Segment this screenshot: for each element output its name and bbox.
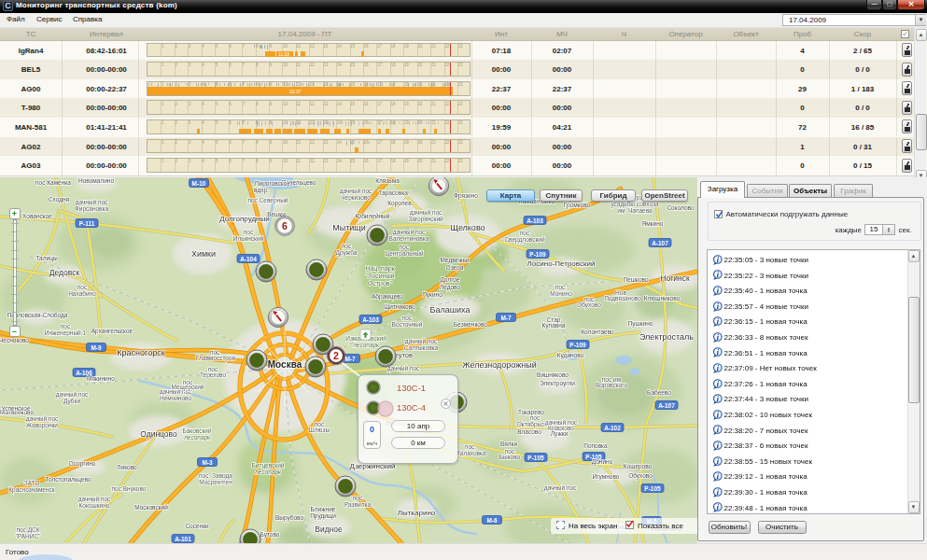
svg-text:Абрамцево: Абрамцево <box>372 293 403 301</box>
svg-text:ЗАТО: ЗАТО <box>24 480 40 486</box>
svg-text:Ближние: Ближние <box>311 506 336 512</box>
svg-text:Власово: Власово <box>517 428 541 435</box>
svg-text:Бабеево: Бабеево <box>647 389 671 396</box>
svg-text:М-7: М-7 <box>344 356 356 362</box>
svg-text:Пешково: Пешково <box>623 276 648 283</box>
svg-text:Игумново: Игумново <box>593 473 620 481</box>
svg-text:Лосино-Петровский: Лосино-Петровский <box>527 259 596 268</box>
svg-text:А-103: А-103 <box>527 217 543 224</box>
svg-text:Краснознаменск: Краснознаменск <box>8 486 55 494</box>
svg-text:М-6: М-6 <box>486 517 498 524</box>
svg-text:Безменково: Безменково <box>454 321 487 328</box>
svg-text:М-7: М-7 <box>500 315 512 321</box>
svg-text:А-102: А-102 <box>604 425 621 431</box>
svg-text:Клюшниково: Клюшниково <box>644 295 681 301</box>
svg-text:Р-109: Р-109 <box>529 251 546 258</box>
svg-text:Вишняково: Вишняково <box>537 371 569 378</box>
svg-text:Дубки: Дубки <box>63 398 80 405</box>
svg-text:Р-105: Р-105 <box>644 485 661 492</box>
svg-text:Химки: Химки <box>191 249 216 259</box>
svg-text:пос: пос <box>520 230 530 236</box>
svg-text:Дедовск: Дедовск <box>49 268 80 277</box>
svg-text:Бутово: Бутово <box>260 531 280 539</box>
svg-text:Сосенки: Сосенки <box>185 523 209 529</box>
svg-text:пос Внуково: пос Внуково <box>112 485 147 493</box>
svg-text:Кокошкино: Кокошкино <box>79 502 110 509</box>
svg-text:Тарасовка: Тарасовка <box>378 189 408 197</box>
svg-text:М-9: М-9 <box>91 344 102 351</box>
svg-text:Щитниково: Щитниково <box>384 303 415 311</box>
svg-text:6: 6 <box>282 220 288 231</box>
svg-text:Лужки: Лужки <box>551 430 569 438</box>
svg-text:Щелково: Щелково <box>450 223 485 232</box>
svg-text:Озера: Озера <box>446 264 464 272</box>
svg-text:Малаховка: Малаховка <box>455 450 486 456</box>
svg-text:им. Чапаева: им. Чапаева <box>617 207 653 214</box>
svg-text:А-101: А-101 <box>175 536 191 542</box>
svg-text:Пукино: Пукино <box>422 291 442 299</box>
svg-text:Дружба: Дружба <box>336 249 358 257</box>
svg-text:Архангельское: Архангельское <box>91 328 133 335</box>
svg-text:Восточный: Восточный <box>392 321 423 328</box>
svg-text:Лыткарино: Лыткарино <box>398 509 436 517</box>
svg-text:Кудиново: Кудиново <box>557 352 584 359</box>
svg-text:Салтыковка: Салтыковка <box>404 344 439 351</box>
svg-text:Громково: Громково <box>564 202 591 209</box>
svg-text:Одинцово: Одинцово <box>140 429 177 439</box>
svg-text:дачный пос: дачный пос <box>387 365 420 372</box>
svg-text:Обухово: Обухово <box>577 301 601 309</box>
svg-text:пос: пос <box>244 229 254 235</box>
svg-text:Успенское: Успенское <box>1 405 30 412</box>
svg-text:пос: пос <box>400 244 410 250</box>
svg-text:2: 2 <box>333 350 339 361</box>
svg-text:Быково: Быково <box>499 454 521 460</box>
svg-text:Терехово: Терехово <box>200 371 226 379</box>
svg-text:Долгопрудный: Долгопрудный <box>219 215 269 223</box>
svg-text:Сходня: Сходня <box>49 196 70 203</box>
svg-text:Остров": Остров" <box>368 280 393 287</box>
svg-text:Баковский: Баковский <box>182 427 212 434</box>
svg-text:Развилка: Развилка <box>344 501 372 508</box>
svg-text:Валентиновка: Валентиновка <box>389 235 429 242</box>
svg-text:Мосрентген: Мосрентген <box>199 479 232 486</box>
svg-text:пос: пос <box>402 315 413 321</box>
svg-text:Главмосстроя: Главмосстроя <box>196 355 236 362</box>
svg-text:Обухово: Обухово <box>628 472 653 480</box>
svg-text:Электроугли: Электроугли <box>540 380 575 387</box>
svg-text:Инженерный 1: Инженерный 1 <box>45 329 87 337</box>
svg-text:Центральный: Центральный <box>385 250 424 258</box>
svg-text:Р-109: Р-109 <box>569 342 586 348</box>
svg-text:Мякинино: Мякинино <box>87 375 115 382</box>
svg-text:М-10: М-10 <box>192 180 206 187</box>
svg-text:Новомалино: Новомалино <box>78 177 114 184</box>
svg-text:Электросталь: Электросталь <box>639 332 694 342</box>
svg-text:Осоргино: Осоргино <box>69 460 96 468</box>
svg-text:Клязьма: Клязьма <box>375 177 400 184</box>
svg-text:пос Каменка: пос Каменка <box>35 179 71 186</box>
svg-text:Балашиха: Балашиха <box>430 305 471 315</box>
svg-text:Железнодорожный: Железнодорожный <box>462 360 537 370</box>
svg-text:пос: пос <box>530 414 541 421</box>
svg-text:Медвежьи: Медвежьи <box>440 257 469 264</box>
svg-text:Ногинск: Ногинск <box>660 273 690 283</box>
svg-text:Королев: Королев <box>387 200 412 207</box>
svg-text:Жаворонки: Жаворонки <box>26 422 58 429</box>
svg-text:Хованское: Хованское <box>22 213 52 219</box>
svg-text:А-107: А-107 <box>658 402 675 409</box>
svg-text:Немчиново: Немчиново <box>160 395 191 401</box>
svg-text:Талицы: Талицы <box>35 255 57 262</box>
svg-text:дачный пос: дачный пос <box>544 484 577 492</box>
svg-text:Воровского: Воровского <box>596 382 628 389</box>
svg-text:Нац. парк: Нац. парк <box>365 265 395 273</box>
svg-text:Вялки: Вялки <box>500 441 517 447</box>
svg-text:пос Северный: пос Северный <box>247 197 288 204</box>
svg-text:Ильинский: Ильинский <box>233 235 264 242</box>
svg-text:Донино: Донино <box>592 458 613 466</box>
svg-text:Юбилейный: Юбилейный <box>356 213 390 219</box>
svg-text:вдхр.: вдхр. <box>254 187 269 194</box>
svg-text:Р-105: Р-105 <box>527 455 544 461</box>
svg-text:Монино: Монино <box>550 290 572 297</box>
svg-text:пос: пос <box>353 495 363 501</box>
svg-text:пос: пос <box>61 323 71 329</box>
svg-text:Шлюзы: Шлюзы <box>309 427 330 433</box>
